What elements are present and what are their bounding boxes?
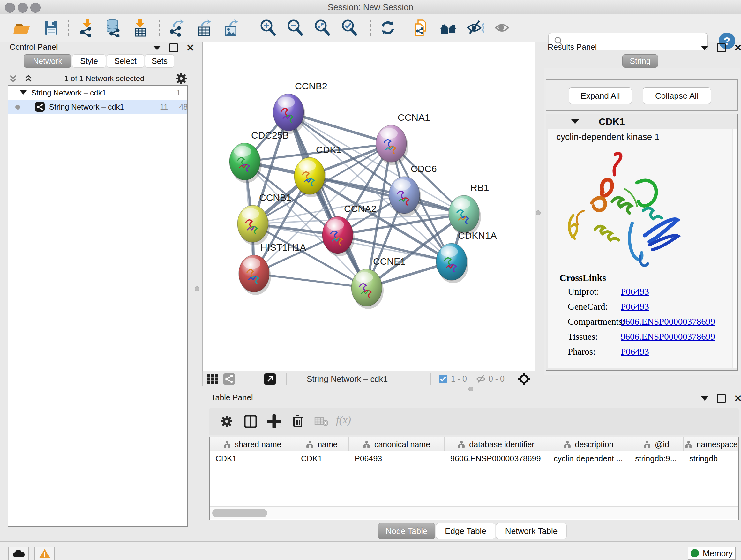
tab-string[interactable]: String [622, 54, 658, 68]
table-cell[interactable]: cyclin-dependent ... [548, 454, 629, 465]
collapse-panel-icon[interactable] [701, 46, 709, 50]
tab-sets[interactable]: Sets [145, 54, 174, 68]
tree-expand-icon[interactable] [20, 90, 27, 95]
crosslinks-title: CrossLinks [559, 272, 725, 283]
protein-card-header[interactable]: CDK1 [546, 114, 737, 129]
memory-button[interactable]: Memory [688, 547, 736, 560]
table-options-gear-icon[interactable] [220, 415, 233, 429]
column-header-canonical-name[interactable]: canonical name [349, 437, 445, 451]
crosslink-link[interactable]: 9606.ENSP00000378699 [621, 331, 715, 342]
node-CCNB2[interactable]: CCNB2 [273, 81, 327, 134]
cloud-status-button[interactable] [8, 547, 29, 560]
birdseye-grid-icon[interactable] [207, 374, 218, 386]
tab-node-table[interactable]: Node Table [378, 523, 435, 539]
collapse-panel-icon[interactable] [153, 46, 161, 50]
add-column-icon[interactable] [267, 415, 281, 430]
import-table-file-icon[interactable] [131, 17, 150, 38]
expand-all-icon[interactable] [23, 73, 34, 84]
collapse-all-icon[interactable] [8, 73, 18, 84]
hscrollbar-thumb[interactable] [212, 509, 267, 517]
selected-checkbox-icon[interactable] [439, 374, 448, 384]
show-columns-icon[interactable] [244, 415, 258, 430]
node-RB1[interactable]: RB1 [449, 182, 489, 235]
clone-network-icon[interactable] [411, 17, 431, 38]
node-CDC6[interactable]: CDC6 [389, 164, 437, 216]
open-session-icon[interactable] [12, 17, 32, 38]
delete-column-icon[interactable] [291, 414, 305, 429]
memory-label: Memory [703, 549, 733, 558]
zoom-out-icon[interactable] [285, 17, 305, 38]
save-session-icon[interactable] [41, 17, 61, 38]
export-view-icon[interactable] [264, 373, 276, 386]
tab-style[interactable]: Style [72, 54, 106, 68]
zoom-selected-icon[interactable] [340, 17, 359, 38]
column-header-database-identifier[interactable]: database identifier [445, 437, 548, 451]
column-header-name[interactable]: name [295, 437, 349, 451]
title-bar: Session: New Session [0, 0, 741, 14]
node-CCNA1[interactable]: CCNA1 [376, 112, 430, 165]
tab-network-table[interactable]: Network Table [496, 523, 567, 539]
network-options-gear-icon[interactable] [175, 72, 188, 85]
string-view-icon[interactable] [223, 373, 235, 386]
crosshair-icon[interactable] [517, 372, 531, 387]
crosslink-link[interactable]: P06493 [621, 287, 649, 297]
float-panel-icon[interactable] [717, 44, 726, 52]
export-network-icon[interactable] [167, 17, 187, 38]
node-CCNB1[interactable]: CCNB1 [238, 192, 292, 245]
collapse-card-icon[interactable] [571, 119, 579, 124]
close-panel-icon[interactable]: ✕ [734, 395, 741, 402]
crosslink-link[interactable]: 9606.ENSP00000378699 [621, 316, 715, 327]
node-CCNE1[interactable]: CCNE1 [351, 256, 406, 309]
import-network-database-icon[interactable] [104, 17, 123, 38]
zoom-in-icon[interactable] [258, 17, 278, 38]
tab-select[interactable]: Select [107, 54, 144, 68]
collapse-all-button[interactable]: Collapse All [643, 87, 711, 104]
warnings-button[interactable] [35, 547, 55, 560]
table-cell[interactable]: CDK1 [295, 454, 349, 465]
tab-edge-table[interactable]: Edge Table [436, 523, 495, 539]
zoom-fit-icon[interactable] [313, 17, 332, 38]
table-cell[interactable]: CDK1 [210, 454, 295, 465]
network-row-selected[interactable]: String Network – cdk1 11 48 [8, 100, 187, 114]
node-CDKN1A[interactable]: CDKN1A [436, 230, 497, 283]
table-cell[interactable]: stringdb:9... [629, 454, 684, 465]
left-splitter-handle[interactable] [195, 287, 199, 291]
table-cell[interactable]: 9606.ENSP00000378699 [445, 454, 548, 465]
crosslink-link[interactable]: P06493 [621, 347, 649, 357]
close-panel-icon[interactable]: ✕ [734, 44, 741, 51]
column-header-description[interactable]: description [548, 437, 629, 451]
show-all-icon[interactable] [493, 17, 513, 38]
table-hscrollbar[interactable] [210, 506, 738, 519]
protein-name: CDK1 [599, 116, 625, 127]
table-cell[interactable]: stringdb [684, 454, 739, 465]
hide-selected-icon[interactable] [466, 17, 485, 38]
network-graph: CCNB2CCNA1CDC25BCDK1CDC6RB1CCNB1CCNA2CDK… [203, 42, 535, 371]
column-header-shared-name[interactable]: shared name [210, 437, 295, 451]
export-table-icon[interactable] [194, 17, 214, 38]
right-splitter-handle[interactable] [536, 210, 541, 215]
network-canvas[interactable]: CCNB2CCNA1CDC25BCDK1CDC6RB1CCNB1CCNA2CDK… [202, 42, 535, 371]
table-toolbar: f(x) [209, 408, 739, 435]
node-label-CCNA1: CCNA1 [398, 112, 430, 123]
expand-all-button[interactable]: Expand All [569, 87, 632, 104]
collection-label: String Network – cdk1 [31, 88, 106, 98]
bottom-splitter-handle[interactable] [468, 387, 473, 391]
crosslink-link[interactable]: P06493 [621, 301, 649, 312]
column-header--id[interactable]: @id [629, 437, 684, 451]
cloud-icon [12, 549, 24, 558]
close-panel-icon[interactable]: ✕ [186, 44, 194, 51]
export-image-icon[interactable] [221, 17, 241, 38]
node-HIST1H1A[interactable]: HIST1H1A [239, 242, 306, 295]
edge-CCNB2-CCNE1[interactable] [288, 112, 367, 288]
column-header-namespace[interactable]: namespace [684, 437, 739, 451]
float-panel-icon[interactable] [717, 394, 726, 403]
results-scrollbar[interactable] [733, 129, 737, 368]
refresh-view-icon[interactable] [378, 17, 398, 38]
network-collection-row[interactable]: String Network – cdk1 1 [8, 86, 187, 100]
table-cell[interactable]: P06493 [349, 454, 445, 465]
home-layout-icon[interactable] [439, 17, 458, 38]
import-network-file-icon[interactable] [76, 17, 96, 38]
collapse-panel-icon[interactable] [701, 396, 709, 401]
float-panel-icon[interactable] [169, 44, 178, 52]
tab-network[interactable]: Network [23, 54, 71, 68]
